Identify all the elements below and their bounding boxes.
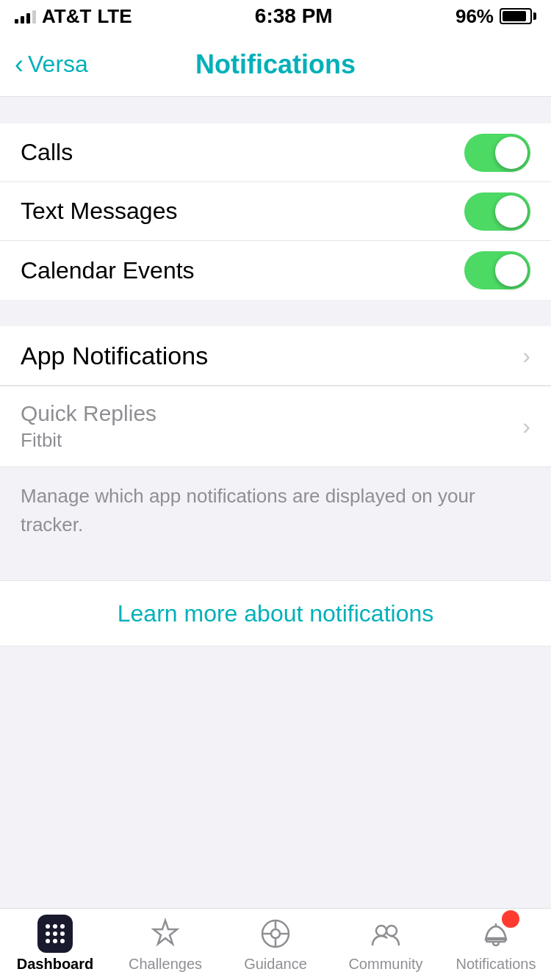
tab-challenges-label: Challenges xyxy=(129,956,202,973)
svg-point-4 xyxy=(53,932,57,936)
svg-point-2 xyxy=(60,924,65,929)
calendar-events-label: Calendar Events xyxy=(21,257,195,284)
quick-replies-section: Quick Replies Fitbit › xyxy=(0,386,551,467)
svg-point-3 xyxy=(46,932,50,936)
notifications-badge xyxy=(502,910,519,928)
status-bar: AT&T LTE 6:38 PM 96% xyxy=(0,0,551,32)
quick-replies-chevron-icon: › xyxy=(522,413,530,440)
calls-toggle-thumb xyxy=(495,137,527,169)
description-text: Manage which app notifications are displ… xyxy=(0,467,551,554)
quick-replies-row[interactable]: Quick Replies Fitbit › xyxy=(0,386,551,466)
text-messages-toggle-thumb xyxy=(495,195,527,228)
signal-icon xyxy=(15,9,36,24)
app-notifications-row[interactable]: App Notifications › xyxy=(0,326,551,385)
text-messages-toggle[interactable] xyxy=(464,192,530,231)
tab-guidance-label: Guidance xyxy=(244,956,307,973)
tab-community-label: Community xyxy=(348,956,422,973)
text-messages-label: Text Messages xyxy=(21,198,177,225)
svg-point-5 xyxy=(60,932,65,936)
tab-community[interactable]: Community xyxy=(331,916,441,973)
calls-toggle[interactable] xyxy=(464,134,530,172)
tab-dashboard-label: Dashboard xyxy=(17,956,93,973)
calendar-events-toggle-thumb xyxy=(495,254,527,287)
learn-more-section: Learn more about notifications xyxy=(0,580,551,646)
quick-replies-subtitle: Fitbit xyxy=(21,429,156,452)
svg-point-1 xyxy=(53,924,57,929)
challenges-icon xyxy=(148,916,183,951)
calls-label: Calls xyxy=(21,139,73,166)
app-notifications-label: App Notifications xyxy=(21,342,208,370)
calendar-events-toggle[interactable] xyxy=(464,251,530,289)
text-messages-row: Text Messages xyxy=(0,182,551,241)
community-icon xyxy=(368,916,403,951)
time-label: 6:38 PM xyxy=(255,4,333,28)
calendar-events-row: Calendar Events xyxy=(0,241,551,300)
tab-challenges[interactable]: Challenges xyxy=(110,916,220,973)
svg-point-0 xyxy=(46,924,50,929)
quick-replies-content: Quick Replies Fitbit xyxy=(21,401,156,452)
app-notifications-chevron-icon: › xyxy=(522,342,530,370)
svg-point-7 xyxy=(53,939,57,943)
svg-point-8 xyxy=(60,939,65,943)
notifications-icon xyxy=(478,916,514,951)
svg-point-11 xyxy=(271,929,280,938)
section-gap-top xyxy=(0,97,551,123)
tab-guidance[interactable]: Guidance xyxy=(220,916,331,973)
content-area: Calls Text Messages Calendar Events App … xyxy=(0,97,551,720)
svg-point-6 xyxy=(46,939,50,943)
battery-icon xyxy=(500,8,536,24)
network-label: LTE xyxy=(97,5,132,28)
section-gap-mid xyxy=(0,300,551,326)
page-title: Notifications xyxy=(195,49,356,80)
tab-bar: Dashboard Challenges Guidance xyxy=(0,908,551,980)
carrier-label: AT&T xyxy=(42,5,91,28)
back-chevron-icon: ‹ xyxy=(15,51,24,78)
quick-replies-title: Quick Replies xyxy=(21,401,156,426)
back-label: Versa xyxy=(28,51,88,78)
svg-point-17 xyxy=(386,926,397,936)
guidance-icon xyxy=(258,916,293,951)
svg-marker-9 xyxy=(154,920,177,944)
tab-notifications[interactable]: Notifications xyxy=(441,916,551,973)
svg-point-16 xyxy=(376,926,386,936)
tab-notifications-label: Notifications xyxy=(456,956,536,973)
tab-dashboard[interactable]: Dashboard xyxy=(0,916,110,973)
back-button[interactable]: ‹ Versa xyxy=(15,51,88,78)
calls-row: Calls xyxy=(0,123,551,182)
nav-header: ‹ Versa Notifications xyxy=(0,32,551,97)
dashboard-icon xyxy=(37,916,73,951)
battery-percent: 96% xyxy=(455,5,494,28)
toggle-settings-section: Calls Text Messages Calendar Events xyxy=(0,123,551,300)
learn-more-link[interactable]: Learn more about notifications xyxy=(118,600,433,627)
